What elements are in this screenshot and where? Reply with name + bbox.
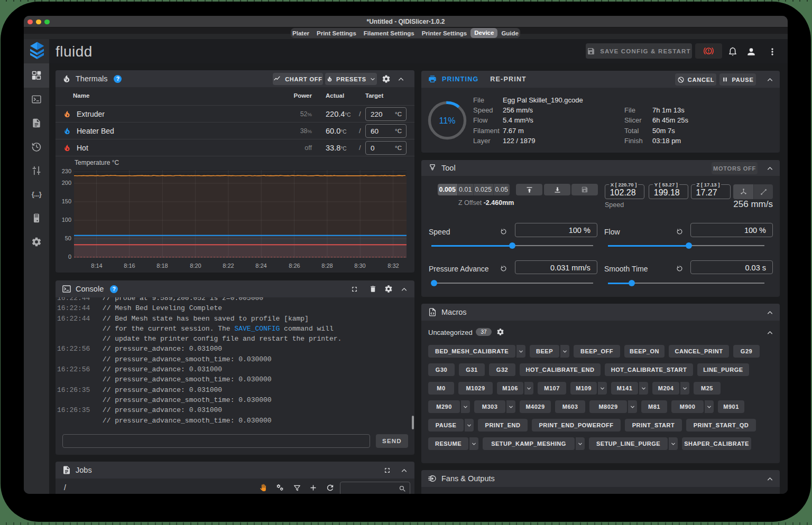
svg-text:11%: 11% [439, 116, 456, 125]
